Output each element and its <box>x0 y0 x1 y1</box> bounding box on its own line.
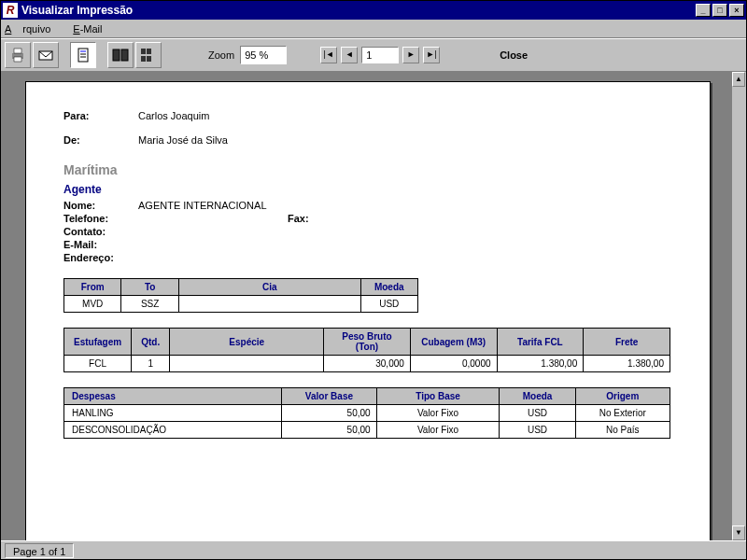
scroll-track[interactable] <box>732 87 746 525</box>
menu-file[interactable]: Arquivo <box>5 23 62 35</box>
zoom-input[interactable]: 95 % <box>240 46 287 64</box>
app-icon: R <box>3 3 18 18</box>
multi-pages-icon <box>139 46 158 64</box>
de-value: Maria José da Silva <box>138 134 228 146</box>
cell-moeda: USD <box>500 422 575 439</box>
view-multi-pages-button[interactable] <box>135 42 162 68</box>
col-frete: Frete <box>584 329 670 356</box>
cell-qtd: 1 <box>132 356 170 372</box>
print-button[interactable] <box>5 42 31 68</box>
cell-from: MVD <box>64 296 121 313</box>
minimize-button[interactable]: _ <box>696 4 711 17</box>
agente-header: Agente <box>63 183 672 196</box>
cell-especie <box>170 356 324 372</box>
col-moeda: Moeda <box>500 388 575 405</box>
cell-tipobase: Valor Fixo <box>376 422 500 439</box>
svg-rect-9 <box>121 49 128 61</box>
svg-rect-4 <box>78 49 88 62</box>
preview-workspace: Para: Carlos Joaquim De: Maria José da S… <box>1 72 746 540</box>
cell-valorbase: 50,00 <box>282 422 376 439</box>
col-qtd: Qtd. <box>132 329 170 356</box>
next-page-button[interactable]: ► <box>402 47 419 63</box>
table-row: DESCONSOLIDAÇÃO 50,00 Valor Fixo USD No … <box>64 422 670 439</box>
svg-rect-12 <box>141 56 146 62</box>
table-row: FCL 1 30,000 0,0000 1.380,00 1.380,00 <box>64 356 670 372</box>
prev-page-button[interactable]: ◄ <box>341 47 358 63</box>
window-title: Visualizar Impressão <box>21 4 694 17</box>
para-label: Para: <box>63 110 138 121</box>
page-icon <box>74 46 92 64</box>
scroll-down-button[interactable]: ▼ <box>732 525 745 540</box>
first-page-button[interactable]: |◄ <box>320 47 337 63</box>
cell-despesas: HANLING <box>64 405 282 422</box>
scroll-up-button[interactable]: ▲ <box>732 72 745 87</box>
vertical-scrollbar[interactable]: ▲ ▼ <box>731 72 746 540</box>
col-cubagem: Cubagem (M3) <box>410 329 497 356</box>
close-window-button[interactable]: × <box>729 4 744 17</box>
svg-rect-1 <box>14 49 21 53</box>
view-page-button[interactable] <box>70 42 96 68</box>
page-number-input[interactable]: 1 <box>361 47 399 63</box>
col-pesobruto: Peso Bruto (Ton) <box>324 329 411 356</box>
toolbar: Zoom 95 % |◄ ◄ 1 ► ►| Close <box>1 38 746 72</box>
close-button[interactable]: Close <box>488 46 539 64</box>
col-tarifa: Tarifa FCL <box>497 329 584 356</box>
cell-cia <box>178 296 360 313</box>
telefone-value <box>138 213 288 224</box>
endereco-label: Endereço: <box>63 252 138 263</box>
cell-tarifa: 1.380,00 <box>497 356 584 372</box>
cell-cubagem: 0,0000 <box>410 356 497 372</box>
svg-rect-10 <box>141 49 146 54</box>
view-two-pages-button[interactable] <box>107 42 134 68</box>
table-header-row: Despesas Valor Base Tipo Base Moeda Orig… <box>64 388 670 405</box>
col-valorbase: Valor Base <box>282 388 376 405</box>
route-table: From To Cia Moeda MVD SSZ USD <box>63 278 418 313</box>
cell-pesobruto: 30,000 <box>324 356 411 372</box>
col-tipobase: Tipo Base <box>376 388 500 405</box>
cell-moeda: USD <box>500 405 575 422</box>
table-row: HANLING 50,00 Valor Fixo USD No Exterior <box>64 405 670 422</box>
cargo-table: Estufagem Qtd. Espécie Peso Bruto (Ton) … <box>63 328 670 372</box>
nome-value: AGENTE INTERNACIONAL <box>138 200 267 211</box>
table-row: MVD SSZ USD <box>64 296 418 313</box>
menu-email[interactable]: E-Mail <box>73 23 113 35</box>
statusbar: Page 1 of 1 <box>1 540 746 559</box>
fax-label: Fax: <box>288 213 325 224</box>
last-page-button[interactable]: ►| <box>423 47 440 63</box>
cell-frete: 1.380,00 <box>584 356 670 372</box>
cell-despesas: DESCONSOLIDAÇÃO <box>64 422 282 439</box>
mail-button[interactable] <box>33 42 59 68</box>
envelope-icon <box>36 46 55 64</box>
de-label: De: <box>63 134 138 146</box>
col-estufagem: Estufagem <box>64 329 132 356</box>
printer-icon <box>8 46 27 64</box>
maximize-button[interactable]: □ <box>712 4 727 17</box>
col-especie: Espécie <box>170 329 324 356</box>
app-window: R Visualizar Impressão _ □ × Arquivo E-M… <box>0 0 747 560</box>
table-header-row: From To Cia Moeda <box>64 279 418 296</box>
telefone-label: Telefone: <box>63 213 138 224</box>
two-pages-icon <box>111 46 130 64</box>
col-to: To <box>121 279 178 296</box>
titlebar: R Visualizar Impressão _ □ × <box>1 1 746 20</box>
svg-rect-13 <box>147 56 151 62</box>
para-value: Carlos Joaquim <box>138 110 209 121</box>
col-origem: Origem <box>575 388 669 405</box>
nome-label: Nome: <box>63 200 138 211</box>
contato-label: Contato: <box>63 226 138 237</box>
zoom-label: Zoom <box>208 49 234 61</box>
cell-origem: No Exterior <box>575 405 669 422</box>
cell-valorbase: 50,00 <box>282 405 376 422</box>
table-header-row: Estufagem Qtd. Espécie Peso Bruto (Ton) … <box>64 329 670 356</box>
page-indicator: Page 1 of 1 <box>5 543 74 558</box>
svg-rect-2 <box>14 57 21 62</box>
svg-rect-11 <box>147 49 151 54</box>
menubar: Arquivo E-Mail <box>1 20 746 38</box>
cell-tipobase: Valor Fixo <box>376 405 500 422</box>
email-label: E-Mail: <box>63 239 138 250</box>
menu-file-label: rquivo <box>22 23 50 35</box>
col-from: From <box>64 279 121 296</box>
cell-origem: No País <box>575 422 669 439</box>
col-despesas: Despesas <box>64 388 282 405</box>
section-maritima: Marítima <box>63 162 672 177</box>
